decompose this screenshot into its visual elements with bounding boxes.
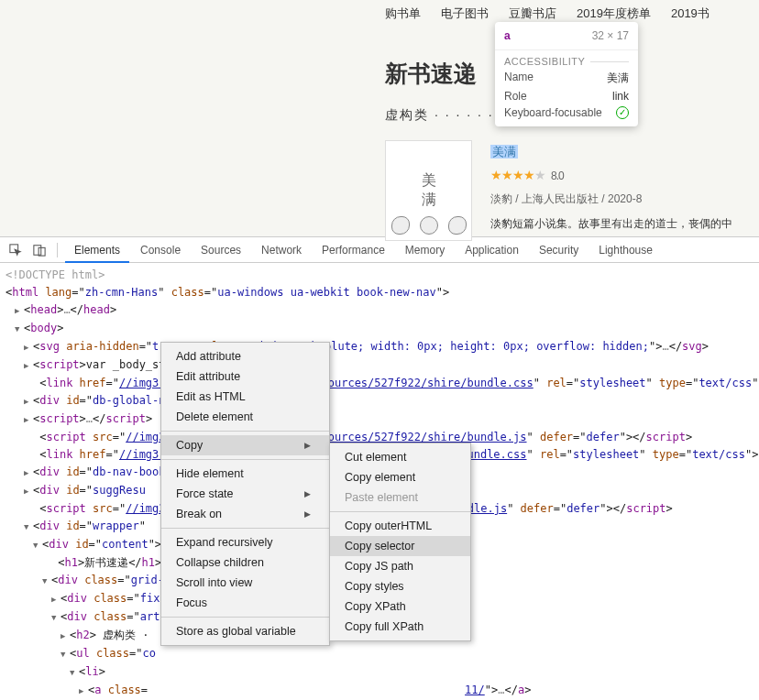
menu-separator — [330, 511, 470, 512]
tab-sources[interactable]: Sources — [192, 237, 250, 263]
webpage-content: 购书单 电子图书 豆瓣书店 2019年度榜单 2019书 新书速递 虚构类 · … — [0, 0, 759, 236]
chevron-right-icon: ▶ — [304, 489, 311, 498]
nav-link[interactable]: 2019年度榜单 — [577, 5, 651, 22]
dom-line[interactable]: ▼<body> — [6, 320, 759, 338]
check-icon: ✓ — [616, 106, 629, 119]
tooltip-row-name: Name美满 — [495, 69, 638, 88]
dom-line[interactable]: <!DOCTYPE html> — [6, 267, 759, 284]
dom-line[interactable]: <link href="//img3.dources/527f922/shire… — [6, 375, 759, 392]
ctx-store-global[interactable]: Store as global variable — [161, 621, 329, 641]
book-description: 淡豹短篇小说集。故事里有出走的道士，丧偶的中 — [490, 216, 732, 232]
ctx-break-on[interactable]: Break on▶ — [161, 504, 329, 524]
devtools-toolbar: Elements Console Sources Network Perform… — [0, 237, 759, 263]
nav-link[interactable]: 电子图书 — [441, 5, 489, 22]
tooltip-dimensions: 32 × 17 — [592, 29, 629, 42]
inspect-element-icon[interactable] — [6, 240, 26, 260]
cover-decoration — [386, 216, 471, 235]
rating-value: 8.0 — [551, 170, 564, 182]
ctx-expand-recursively[interactable]: Expand recursively — [161, 532, 329, 552]
ctx-copy-js-path[interactable]: Copy JS path — [330, 556, 470, 576]
dom-line[interactable]: ▼<li> — [6, 663, 759, 682]
ctx-edit-as-html[interactable]: Edit as HTML — [161, 387, 329, 407]
device-toolbar-icon[interactable] — [29, 240, 50, 260]
dom-line[interactable]: ▶<a class=11/">…</a> — [6, 682, 759, 700]
chevron-right-icon: ▶ — [304, 441, 311, 450]
dom-line[interactable]: ▶<div id="db-global-n — [6, 392, 759, 410]
ctx-scroll-into-view[interactable]: Scroll into view — [161, 573, 329, 593]
svg-rect-1 — [34, 245, 41, 255]
ctx-focus[interactable]: Focus — [161, 593, 329, 613]
nav-link[interactable]: 购书单 — [385, 5, 421, 22]
ctx-copy-xpath[interactable]: Copy XPath — [330, 596, 470, 617]
ctx-copy[interactable]: Copy▶ — [161, 435, 329, 455]
rating-stars: ★★★★★8.0 — [490, 168, 732, 182]
tab-console[interactable]: Console — [131, 237, 190, 263]
ctx-paste-element[interactable]: Paste element — [330, 487, 470, 508]
dots: · · · · · · — [429, 107, 494, 122]
ctx-copy-element[interactable]: Copy element — [330, 467, 470, 487]
ctx-force-state[interactable]: Force state▶ — [161, 484, 329, 504]
tooltip-element-tag: a — [504, 29, 511, 42]
book-title-link[interactable]: 美满 — [490, 145, 518, 159]
top-navigation: 购书单 电子图书 豆瓣书店 2019年度榜单 2019书 — [385, 0, 759, 22]
dom-line[interactable]: ▶<script>…</script> — [6, 410, 759, 429]
menu-separator — [161, 528, 329, 529]
book-item: 美 满 美满 ★★★★★8.0 淡豹 / 上海人民出版社 / 2020-8 淡豹… — [385, 140, 759, 241]
dom-line[interactable]: ▼<ul class="co — [6, 645, 759, 663]
dom-line[interactable]: ▶<script>var _body_st — [6, 356, 759, 375]
ctx-copy-styles[interactable]: Copy styles — [330, 576, 470, 596]
ctx-edit-attribute[interactable]: Edit attribute — [161, 366, 329, 387]
tab-performance[interactable]: Performance — [313, 237, 394, 263]
tooltip-row-focusable: Keyboard-focusable✓ — [495, 104, 638, 126]
ctx-delete-element[interactable]: Delete element — [161, 407, 329, 427]
publisher-info: 淡豹 / 上海人民出版社 / 2020-8 — [490, 191, 732, 207]
ctx-collapse-children[interactable]: Collapse children — [161, 552, 329, 573]
ctx-copy-selector[interactable]: Copy selector — [330, 536, 470, 556]
book-info: 美满 ★★★★★8.0 淡豹 / 上海人民出版社 / 2020-8 淡豹短篇小说… — [490, 140, 732, 241]
tooltip-section-title: ACCESSIBILITY — [495, 49, 638, 69]
menu-separator — [161, 459, 329, 460]
tab-elements[interactable]: Elements — [65, 237, 129, 263]
tooltip-row-role: Rolelink — [495, 88, 638, 104]
ctx-hide-element[interactable]: Hide element — [161, 464, 329, 484]
context-submenu-copy: Cut element Copy element Paste element C… — [329, 443, 471, 641]
cover-title: 美 满 — [422, 171, 436, 210]
category-text: 虚构类 — [385, 107, 429, 122]
dom-line[interactable]: ▶<head>…</head> — [6, 301, 759, 320]
tab-network[interactable]: Network — [252, 237, 311, 263]
dom-line[interactable]: <html lang="zh-cmn-Hans" class="ua-windo… — [6, 284, 759, 301]
dom-line[interactable]: ▶<svg aria-hidden="true" style="position… — [6, 338, 759, 356]
ctx-copy-outerhtml[interactable]: Copy outerHTML — [330, 516, 470, 536]
ctx-cut-element[interactable]: Cut element — [330, 447, 470, 467]
ctx-add-attribute[interactable]: Add attribute — [161, 346, 329, 366]
book-cover[interactable]: 美 满 — [385, 140, 472, 241]
nav-link[interactable]: 豆瓣书店 — [509, 5, 556, 22]
chevron-right-icon: ▶ — [304, 509, 311, 519]
menu-separator — [161, 617, 329, 618]
ctx-copy-full-xpath[interactable]: Copy full XPath — [330, 617, 470, 637]
menu-separator — [161, 431, 329, 432]
context-menu: Add attribute Edit attribute Edit as HTM… — [160, 342, 330, 646]
element-inspect-tooltip: a 32 × 17 ACCESSIBILITY Name美满 Rolelink … — [495, 22, 638, 126]
nav-link[interactable]: 2019书 — [671, 5, 710, 22]
